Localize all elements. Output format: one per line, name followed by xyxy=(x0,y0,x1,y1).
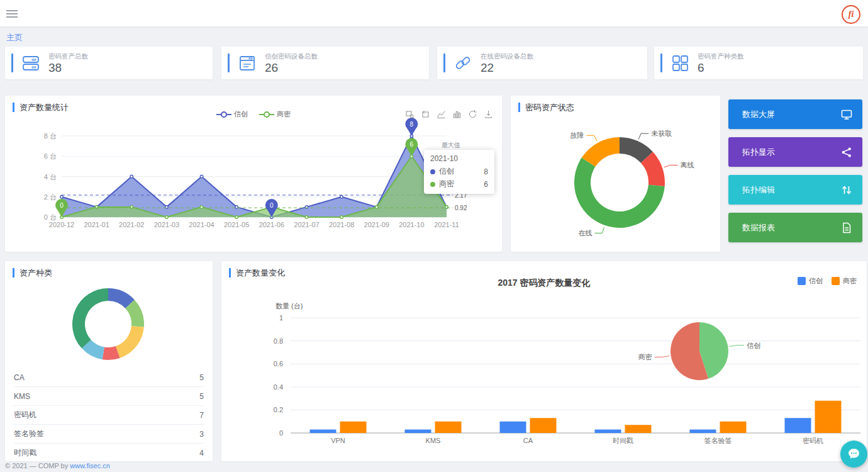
topology-icon xyxy=(841,147,852,158)
svg-text:CA: CA xyxy=(523,437,533,444)
chat-fab-button[interactable] xyxy=(840,441,867,468)
data-report-button[interactable]: 数据报表 xyxy=(728,213,862,242)
stat-label: 在线密码设备总数 xyxy=(481,52,533,61)
type-label: 签名验签 xyxy=(14,429,44,439)
list-item: 签名验签3 xyxy=(14,425,204,444)
svg-text:4 台: 4 台 xyxy=(44,173,57,181)
type-count: 3 xyxy=(199,430,204,439)
dashboard-page: fi 主页 密码资产总数 38 信创密码设备总数 26 在线 xyxy=(0,0,868,472)
svg-text:密码机: 密码机 xyxy=(803,437,823,444)
brand-logo: fi xyxy=(842,5,860,24)
stat-label: 信创密码设备总数 xyxy=(265,52,318,61)
footer-link[interactable]: www.fisec.cn xyxy=(70,462,110,469)
svg-text:2021-06: 2021-06 xyxy=(259,221,284,228)
svg-text:未获取: 未获取 xyxy=(651,130,672,137)
svg-text:2021-10: 2021-10 xyxy=(399,221,424,228)
svg-text:数量 (台): 数量 (台) xyxy=(275,302,303,310)
tooltip-row: 商密6 xyxy=(430,179,488,189)
svg-text:8: 8 xyxy=(410,121,414,128)
list-item: 时间戳4 xyxy=(14,444,204,461)
quick-actions: 数据大屏 拓扑显示 拓扑编辑 数据报表 xyxy=(728,96,862,252)
panel-asset-types: 资产种类 CA5KMS5密码机7签名验签3时间戳4 xyxy=(5,261,213,461)
zoom-reset-icon[interactable] xyxy=(421,110,430,119)
report-file-icon xyxy=(841,222,852,233)
svg-text:0.8: 0.8 xyxy=(274,337,283,345)
stat-label: 密码资产总数 xyxy=(48,52,88,61)
svg-text:0 台: 0 台 xyxy=(44,213,57,221)
type-label: CA xyxy=(14,373,25,382)
stat-value: 38 xyxy=(48,62,88,74)
zoom-select-icon[interactable] xyxy=(405,110,415,119)
svg-text:VPN: VPN xyxy=(331,437,345,444)
asset-status-donut-chart[interactable]: 未获取离线在线故障 xyxy=(511,96,720,252)
stat-card-xinchuang-devices: 信创密码设备总数 26 xyxy=(221,47,429,79)
svg-text:2021-04: 2021-04 xyxy=(189,221,214,228)
svg-text:离线: 离线 xyxy=(680,161,694,169)
tooltip-title: 2021-10 xyxy=(430,154,488,163)
svg-text:6: 6 xyxy=(410,141,414,148)
device-card-icon xyxy=(238,53,257,72)
svg-text:2021-08: 2021-08 xyxy=(329,221,354,228)
legend-item[interactable]: 信创 xyxy=(216,110,248,119)
type-label: 密码机 xyxy=(14,410,36,420)
svg-text:0: 0 xyxy=(270,202,274,209)
asset-change-bar-chart[interactable]: 数量 (台)00.20.40.60.81VPNKMSCA时间戳签名验签密码机信创… xyxy=(221,296,867,459)
line-chart-icon[interactable] xyxy=(437,110,446,119)
legend-item[interactable]: 商密 xyxy=(832,276,857,286)
stat-label: 密码资产种类数 xyxy=(698,52,744,61)
link-icon xyxy=(453,53,472,72)
sort-arrows-icon xyxy=(841,184,852,196)
svg-text:2021-01: 2021-01 xyxy=(84,221,109,228)
svg-text:2021-09: 2021-09 xyxy=(364,221,389,228)
legend-item[interactable]: 信创 xyxy=(798,276,823,286)
stat-card-total-assets: 密码资产总数 38 xyxy=(5,47,213,79)
chat-bubble-icon xyxy=(847,447,860,461)
svg-text:6 台: 6 台 xyxy=(44,152,57,160)
accent-bar xyxy=(443,53,445,72)
panel-title: 资产数量统计 xyxy=(13,103,69,112)
type-label: 时间戳 xyxy=(14,447,36,458)
type-count: 5 xyxy=(199,392,204,401)
data-screen-button[interactable]: 数据大屏 xyxy=(728,99,862,129)
refresh-icon[interactable] xyxy=(468,110,477,119)
topology-edit-button[interactable]: 拓扑编辑 xyxy=(728,175,862,205)
svg-text:在线: 在线 xyxy=(578,229,592,237)
svg-text:2021-07: 2021-07 xyxy=(294,221,319,228)
tooltip-hint: 最大值 xyxy=(442,141,460,150)
bar-chart-icon[interactable] xyxy=(452,110,462,119)
stat-value: 22 xyxy=(481,62,533,74)
bar-chart-title: 2017 密码资产数量变化 xyxy=(221,278,867,289)
svg-text:故障: 故障 xyxy=(570,132,584,139)
panel-asset-change: 资产数量变化 2017 密码资产数量变化 信创商密 数量 (台)00.20.40… xyxy=(221,261,867,461)
type-label: KMS xyxy=(14,392,30,401)
stat-value: 26 xyxy=(265,62,318,74)
grid-icon xyxy=(670,53,689,72)
svg-text:2021-02: 2021-02 xyxy=(119,221,144,228)
svg-text:2021-05: 2021-05 xyxy=(224,221,249,228)
legend-item[interactable]: 商密 xyxy=(259,110,291,119)
asset-types-donut-chart[interactable] xyxy=(5,279,213,373)
server-stack-icon xyxy=(21,53,40,72)
bar-chart-legend: 信创商密 xyxy=(798,276,857,286)
list-item: CA5 xyxy=(14,368,204,387)
svg-text:2 台: 2 台 xyxy=(44,193,57,201)
panel-title: 资产种类 xyxy=(13,268,52,278)
panel-asset-status: 密码资产状态 未获取离线在线故障 xyxy=(511,96,720,252)
panel-asset-count-stats: 资产数量统计 信创商密 0 台2 台4 台6 台8 台2020-122021-0… xyxy=(5,96,502,252)
svg-text:0.2: 0.2 xyxy=(274,406,283,413)
chart-tooltip: 2021-10 信创8商密6 xyxy=(424,150,494,194)
breadcrumb-home[interactable]: 主页 xyxy=(6,32,23,43)
download-icon[interactable] xyxy=(484,110,493,119)
topology-view-button[interactable]: 拓扑显示 xyxy=(728,137,862,167)
stat-card-asset-types: 密码资产种类数 6 xyxy=(654,47,863,79)
accent-bar xyxy=(11,53,13,72)
svg-text:信创: 信创 xyxy=(747,342,760,349)
hamburger-menu-button[interactable] xyxy=(6,8,18,18)
type-count: 4 xyxy=(199,449,204,458)
type-count: 7 xyxy=(199,411,204,420)
svg-text:8 台: 8 台 xyxy=(44,132,57,140)
list-item: 密码机7 xyxy=(14,406,204,425)
accent-bar xyxy=(660,53,662,72)
svg-text:KMS: KMS xyxy=(426,437,441,444)
footer: © 2021 — COMP by www.fisec.cn xyxy=(5,462,110,469)
